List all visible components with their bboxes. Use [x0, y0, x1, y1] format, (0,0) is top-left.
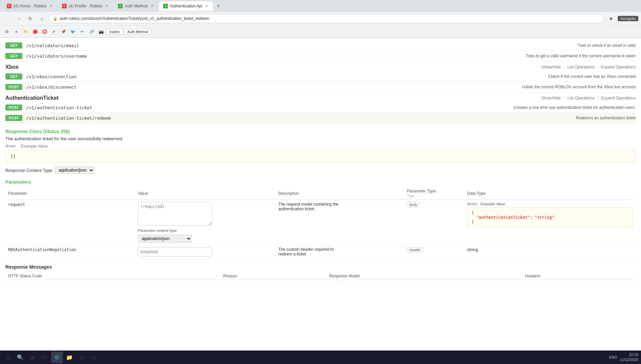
auth-method-bookmark[interactable]: Auth Method: [124, 29, 151, 35]
tab-auth-method[interactable]: A Auth Method ✕: [114, 1, 158, 11]
param-value-rbx: [135, 245, 276, 259]
param-desc-request: The request model containing the authent…: [276, 200, 404, 245]
col-status-code: HTTP Status Code: [5, 272, 220, 280]
param-row-rbx: RBXAuthenticationNegotiation The custom …: [5, 245, 636, 259]
rbx-input[interactable]: [138, 247, 212, 256]
get-badge-email[interactable]: GET: [5, 42, 22, 49]
auth-ticket-ops: Show/Hide | List Operations | Expand Ope…: [541, 96, 636, 100]
tab-close-auth-api[interactable]: ✕: [204, 4, 209, 8]
xbox-disconnect-row: POST /v1/xbox/disconnect Unlink the curr…: [5, 82, 636, 92]
home-button[interactable]: ⌂: [37, 14, 47, 23]
toolbar-icon-9[interactable]: 📷: [97, 28, 105, 36]
get-badge-connection[interactable]: GET: [5, 73, 22, 80]
param-name-rbx: RBXAuthenticationNegotiation: [5, 245, 135, 259]
toolbar-icon-3[interactable]: ⭕: [40, 28, 49, 36]
tab-close-auth-method[interactable]: ✕: [150, 4, 154, 8]
username-path: /v1/validators/username: [26, 54, 522, 59]
auth-list-ops[interactable]: List Operations: [567, 96, 594, 100]
tab-favicon-home: R: [7, 4, 11, 8]
apps-icon[interactable]: ⚙: [3, 28, 11, 36]
example-value-tab[interactable]: Example Value: [21, 144, 48, 149]
col-headers: Headers: [522, 272, 636, 280]
rbx-data-type: string: [467, 247, 478, 252]
redeem-desc: Redeems an authentication ticket: [576, 116, 636, 120]
connection-desc: Check if the current user has an Xbox co…: [548, 74, 636, 79]
validators-email-row: GET /v1/validators/email Tries to check …: [5, 40, 636, 51]
post-badge-ticket[interactable]: POST: [5, 104, 22, 111]
xbox-section-header: Xbox Show/Hide | List Operations | Expan…: [5, 61, 636, 71]
xbox-list-ops[interactable]: List Operations: [567, 65, 594, 69]
col-response-model: Response Model: [327, 272, 522, 280]
tab-label-auth-api: Authentication Api: [170, 4, 202, 8]
auth-ticket-row: POST /v1/authentication-ticket Creates a…: [5, 102, 636, 113]
post-badge-redeem[interactable]: POST: [5, 115, 22, 121]
toolbar-icon-5[interactable]: 📌: [59, 28, 67, 36]
param-data-type-request: Model Example Value { "authenticationTic…: [464, 200, 636, 245]
xbox-show-hide[interactable]: Show/Hide: [541, 65, 561, 69]
auth-ticket-section-header: AuthenticationTicket Show/Hide | List Op…: [5, 92, 636, 102]
toolbar-icon-2[interactable]: 🔴: [31, 28, 39, 36]
api-section: GET /v1/validators/email Tries to check …: [0, 38, 641, 283]
content-type-select[interactable]: application/json: [55, 166, 94, 174]
toolbar-icon-8[interactable]: 🔗: [88, 28, 96, 36]
param-col-description: Description: [276, 187, 404, 200]
response-description: The authentication ticket for the user s…: [5, 136, 636, 141]
post-badge-disconnect[interactable]: POST: [5, 84, 22, 90]
param-name-request: request: [5, 200, 135, 245]
xbox-ops: Show/Hide | List Operations | Expand Ope…: [541, 65, 636, 69]
username-desc: Tries to get a valid username if the cur…: [526, 54, 636, 58]
new-tab-button[interactable]: +: [214, 1, 223, 11]
tab-auth-api[interactable]: A Authentication Api ✕: [159, 1, 213, 11]
xbox-connection-row: GET /v1/xbox/connection Check if the cur…: [5, 71, 636, 82]
ticket-path: /v1/authentication-ticket: [26, 105, 510, 110]
rbx-description: The custom header required to redeem a t…: [278, 247, 346, 256]
param-content-type-select[interactable]: application/json: [138, 235, 192, 243]
connection-path: /v1/xbox/connection: [26, 74, 544, 79]
request-textarea[interactable]: [138, 202, 212, 225]
toolbar-icon-7[interactable]: ✏: [78, 28, 86, 36]
validators-username-row: GET /v1/validators/username Tries to get…: [5, 51, 636, 61]
param-col-value: Value: [135, 187, 276, 200]
example-label-request[interactable]: Example Value: [481, 202, 505, 206]
redeem-path: /v1/authentication-ticket/redeem: [26, 116, 572, 121]
tab-close-profile[interactable]: ✕: [104, 4, 109, 8]
chrome-icon[interactable]: ●: [12, 28, 20, 36]
toolbar-icon-6[interactable]: 🐦: [69, 28, 77, 36]
model-tabs: Model Example Value: [5, 144, 636, 149]
tab-bar: R (4) Home - Roblox ✕ R (4) Profile - Ro…: [0, 0, 641, 12]
tab-profile[interactable]: R (4) Profile - Roblox ✕: [58, 1, 113, 11]
reload-button[interactable]: ↻: [26, 14, 35, 23]
tab-close-home[interactable]: ✕: [49, 4, 53, 8]
tab-label-profile: (4) Profile - Roblox: [69, 4, 102, 8]
col-reason: Reason: [220, 272, 326, 280]
toolbar-icon-1[interactable]: 📁: [22, 28, 30, 36]
address-bar[interactable]: 🔒 auth.roblox.com/docs#!/AuthenticationT…: [49, 14, 604, 23]
tab-home[interactable]: R (4) Home - Roblox ✕: [3, 1, 57, 11]
response-json-body: {}: [10, 154, 16, 159]
get-badge-username[interactable]: GET: [5, 53, 22, 59]
xbox-expand-ops[interactable]: Expand Operations: [601, 65, 636, 69]
trades-bookmark[interactable]: trades: [106, 29, 123, 35]
address-bar-row: ← → ↻ ⌂ 🔒 auth.roblox.com/docs#!/Authent…: [0, 12, 641, 25]
tab-favicon-auth-method: A: [118, 4, 123, 8]
address-text: auth.roblox.com/docs#!/AuthenticationTic…: [60, 16, 209, 21]
incognito-badge: Incognito: [618, 16, 638, 21]
tab-favicon-auth-api: A: [163, 4, 168, 8]
email-desc: Tries to check if an email is valid: [578, 43, 636, 48]
content-type-label: Response Content Type: [5, 168, 52, 173]
back-button[interactable]: ←: [3, 14, 12, 23]
tab-label-auth-method: Auth Method: [125, 4, 148, 8]
response-messages-header: HTTP Status Code Reason Response Model H…: [5, 272, 636, 280]
param-value-request: Parameter content type: application/json: [135, 200, 276, 245]
parameters-table: Parameter Value Description Parameter Ty…: [5, 187, 636, 259]
toolbar-icon-4[interactable]: ✔: [50, 28, 58, 36]
forward-button[interactable]: →: [14, 14, 24, 23]
auth-show-hide[interactable]: Show/Hide: [541, 96, 561, 100]
request-description: The request model containing the authent…: [278, 202, 346, 211]
lock-icon: 🔒: [53, 17, 58, 21]
bookmark-star[interactable]: ★: [606, 14, 616, 23]
param-desc-rbx: The custom header required to redeem a t…: [276, 245, 404, 259]
disconnect-path: /v1/xbox/disconnect: [26, 85, 518, 90]
auth-expand-ops[interactable]: Expand Operations: [601, 96, 636, 100]
xbox-title: Xbox: [5, 64, 19, 70]
